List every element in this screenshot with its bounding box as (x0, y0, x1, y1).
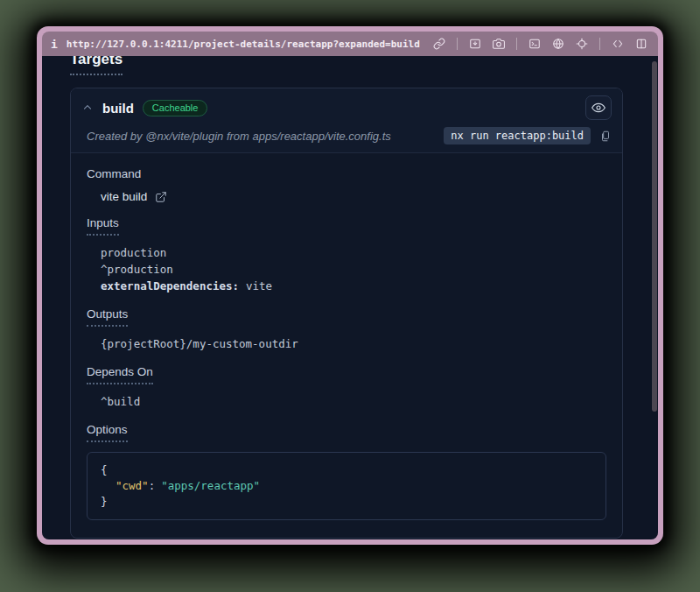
link-icon[interactable] (433, 38, 445, 50)
input-item: externalDependencies:vite (101, 278, 606, 294)
external-link-icon[interactable] (155, 191, 167, 203)
page-title: Targets (70, 56, 122, 75)
options-section-label[interactable]: Options (87, 423, 128, 442)
created-by-text: Created by @nx/vite/plugin from apps/rea… (87, 130, 391, 143)
split-panel-icon[interactable] (635, 38, 648, 50)
view-target-graph-button[interactable] (585, 95, 612, 120)
depends-on-section-label[interactable]: Depends On (87, 365, 153, 384)
json-open-brace: { (101, 462, 592, 478)
depends-on-list: ^build (101, 394, 606, 410)
options-json-box: { "cwd":"apps/reactapp" } (87, 452, 606, 520)
run-command-chip[interactable]: nx run reactapp:build (444, 127, 591, 144)
toolbar-divider (516, 38, 517, 50)
copy-icon (599, 130, 612, 143)
browser-window: i http://127.0.0.1:4211/project-details/… (37, 26, 663, 545)
inputs-section-label[interactable]: Inputs (87, 216, 119, 236)
terminal-icon[interactable] (528, 38, 541, 50)
titlebar: i http://127.0.0.1:4211/project-details/… (42, 32, 658, 56)
toolbar-divider (457, 38, 458, 50)
locate-target-icon[interactable] (576, 38, 588, 50)
run-command-group: nx run reactapp:build (444, 127, 612, 144)
toolbar-divider (599, 38, 600, 50)
input-kv-key: externalDependencies: (101, 279, 239, 292)
code-brackets-icon[interactable] (612, 38, 624, 50)
output-item: {projectRoot}/my-custom-outdir (101, 336, 606, 352)
scrollbar-thumb[interactable] (652, 61, 657, 412)
build-card-subheader: Created by @nx/vite/plugin from apps/rea… (71, 123, 622, 153)
camera-icon[interactable] (493, 38, 505, 50)
chevron-up-icon[interactable] (81, 102, 94, 114)
outputs-list: {projectRoot}/my-custom-outdir (101, 336, 606, 352)
url-text[interactable]: http://127.0.0.1:4211/project-details/re… (66, 39, 420, 50)
input-kv-value: vite (246, 279, 272, 292)
json-close-brace: } (101, 494, 592, 510)
project-details-page: Targets build Cacheable Created by @nx/v… (42, 56, 658, 539)
eye-icon (592, 101, 606, 115)
info-icon[interactable]: i (51, 38, 58, 51)
json-colon: : (149, 479, 156, 492)
command-section-label: Command (87, 167, 606, 180)
globe-icon[interactable] (552, 38, 564, 50)
capture-frame-icon[interactable] (469, 38, 481, 50)
inputs-list: production ^production externalDependenc… (101, 245, 606, 294)
target-name: build (102, 101, 134, 116)
command-value-row: vite build (101, 190, 606, 203)
depends-on-item: ^build (101, 394, 606, 410)
json-cwd-line: "cwd":"apps/reactapp" (101, 478, 592, 494)
input-item: ^production (101, 262, 606, 278)
cacheable-badge[interactable]: Cacheable (143, 100, 208, 116)
copy-command-button[interactable] (599, 130, 612, 143)
build-card-body: Command vite build Inputs production ^pr… (71, 153, 622, 538)
window-chrome: i http://127.0.0.1:4211/project-details/… (42, 32, 658, 539)
target-card-build: build Cacheable Created by @nx/vite/plug… (70, 88, 623, 539)
titlebar-actions (433, 38, 648, 50)
json-key: "cwd" (116, 479, 149, 492)
outputs-section-label[interactable]: Outputs (87, 307, 128, 327)
build-card-header[interactable]: build Cacheable (71, 88, 622, 123)
input-item: production (101, 245, 606, 261)
json-value: "apps/reactapp" (161, 479, 260, 492)
command-value: vite build (101, 190, 147, 203)
content-viewport: Targets build Cacheable Created by @nx/v… (42, 56, 658, 539)
